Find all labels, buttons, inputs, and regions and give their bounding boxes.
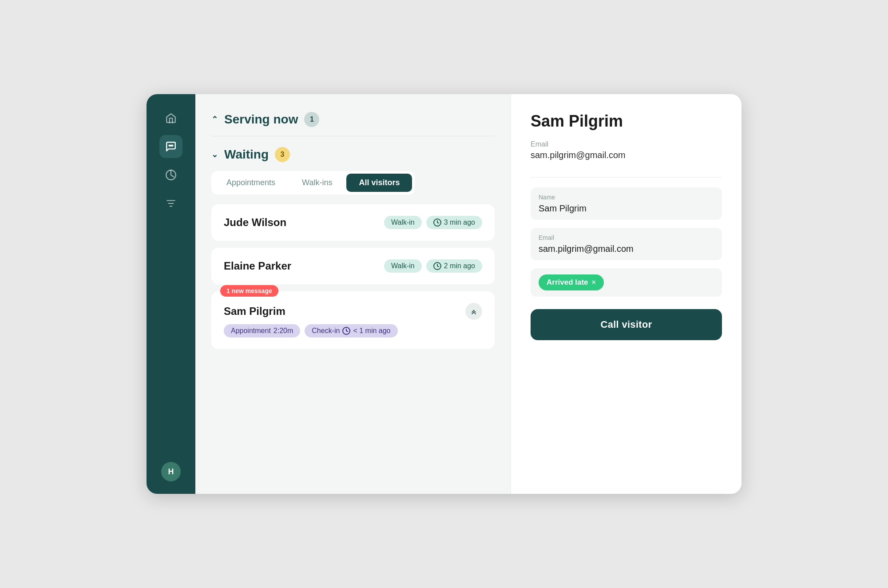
visitor-badges-sam: Appointment 2:20m Check-in < 1 min ago xyxy=(224,324,398,338)
detail-name: Sam Pilgrim xyxy=(531,112,722,131)
serving-now-badge: 1 xyxy=(304,112,319,127)
app-container: H ⌃ Serving now 1 ⌄ Waiting 3 Appointmen… xyxy=(147,94,741,494)
detail-header: Sam Pilgrim xyxy=(531,112,722,132)
tag-remove-icon[interactable]: × xyxy=(592,278,596,286)
visitor-name-elaine: Elaine Parker xyxy=(224,260,291,272)
walkin-badge-elaine: Walk-in xyxy=(384,259,422,273)
detail-panel: Sam Pilgrim Email sam.pilgrim@gmail.com … xyxy=(511,94,741,494)
name-input-label: Name xyxy=(539,194,714,201)
arrived-late-text: Arrived late xyxy=(547,278,588,287)
name-input-value[interactable]: Sam Pilgrim xyxy=(539,203,714,214)
chart-icon[interactable] xyxy=(159,163,182,187)
tags-container: Arrived late × xyxy=(531,268,722,297)
visitor-card-jude[interactable]: Jude Wilson Walk-in 3 min ago xyxy=(211,204,495,241)
filter-icon[interactable] xyxy=(159,192,182,215)
expand-button-sam[interactable] xyxy=(465,303,482,320)
tab-walkins[interactable]: Walk-ins xyxy=(289,174,345,192)
email-input-value[interactable]: sam.pilgrim@gmail.com xyxy=(539,244,714,254)
checkin-badge-sam: Check-in < 1 min ago xyxy=(305,324,397,338)
name-input-group: Name Sam Pilgrim xyxy=(531,187,722,220)
waiting-title: Waiting xyxy=(224,147,269,162)
waiting-header: ⌄ Waiting 3 xyxy=(211,147,495,162)
waiting-chevron[interactable]: ⌄ xyxy=(211,150,218,159)
visitor-card-elaine[interactable]: Elaine Parker Walk-in 2 min ago xyxy=(211,248,495,284)
walkin-badge-jude: Walk-in xyxy=(384,216,422,229)
visitor-name-jude: Jude Wilson xyxy=(224,216,286,229)
user-avatar[interactable]: H xyxy=(161,462,181,481)
detail-divider xyxy=(531,177,722,178)
chat-icon[interactable] xyxy=(159,135,182,158)
time-badge-jude: 3 min ago xyxy=(426,216,482,229)
waiting-badge: 3 xyxy=(275,147,290,162)
email-input-label: Email xyxy=(539,234,714,241)
detail-email-label: Email xyxy=(531,140,722,148)
arrived-late-tag[interactable]: Arrived late × xyxy=(539,274,604,290)
clock-icon-sam xyxy=(342,327,350,335)
appointment-badge-sam: Appointment 2:20m xyxy=(224,324,300,338)
time-badge-elaine: 2 min ago xyxy=(426,259,482,273)
svg-point-2 xyxy=(172,145,173,146)
visitor-tabs: Appointments Walk-ins All visitors xyxy=(211,171,415,195)
tab-all-visitors[interactable]: All visitors xyxy=(346,174,412,192)
visitor-badges-elaine: Walk-in 2 min ago xyxy=(384,259,482,273)
svg-point-0 xyxy=(169,145,170,146)
clock-icon-elaine xyxy=(433,262,441,270)
sidebar: H xyxy=(147,94,195,494)
svg-point-1 xyxy=(170,145,171,146)
call-visitor-button[interactable]: Call visitor xyxy=(531,309,722,340)
detail-email-value: sam.pilgrim@gmail.com xyxy=(531,150,722,160)
divider-1 xyxy=(211,136,495,136)
tab-appointments[interactable]: Appointments xyxy=(214,174,288,192)
serving-now-header: ⌃ Serving now 1 xyxy=(211,112,495,127)
detail-email-section: Email sam.pilgrim@gmail.com xyxy=(531,140,722,167)
serving-now-title: Serving now xyxy=(224,112,298,127)
visitor-badges-jude: Walk-in 3 min ago xyxy=(384,216,482,229)
clock-icon-jude xyxy=(433,219,441,226)
serving-now-chevron[interactable]: ⌃ xyxy=(211,115,218,124)
main-panel: ⌃ Serving now 1 ⌄ Waiting 3 Appointments… xyxy=(195,94,511,494)
visitor-name-sam: Sam Pilgrim xyxy=(224,305,285,318)
new-message-badge: 1 new message xyxy=(220,285,278,297)
email-input-group: Email sam.pilgrim@gmail.com xyxy=(531,228,722,260)
home-icon[interactable] xyxy=(159,107,182,130)
visitor-card-sam[interactable]: 1 new message Sam Pilgrim Appointment 2:… xyxy=(211,291,495,349)
